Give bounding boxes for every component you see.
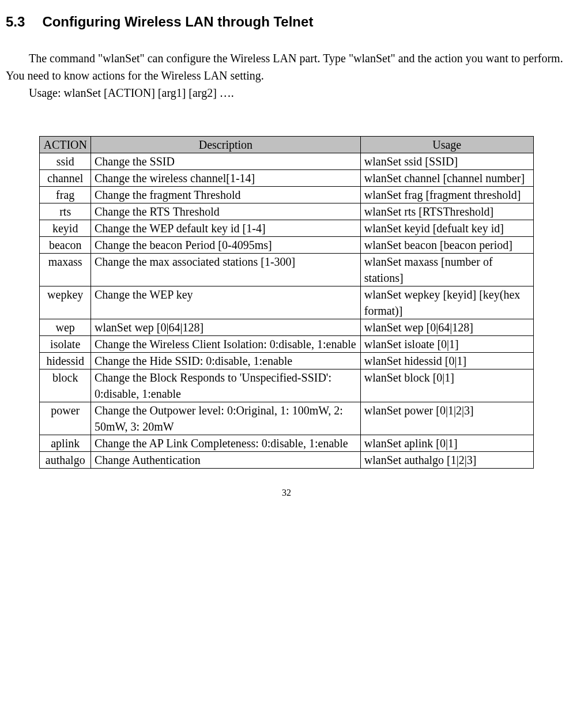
header-description: Description (91, 137, 360, 153)
cell-description: Change the SSID (91, 153, 360, 170)
cell-usage: wlanSet rts [RTSThreshold] (360, 203, 533, 220)
cell-description: Change the WEP default key id [1-4] (91, 220, 360, 237)
table-row: wepwlanSet wep [0|64|128]wlanSet wep [0|… (40, 319, 533, 336)
cell-usage: wlanSet block [0|1] (360, 369, 533, 402)
cell-description: Change the AP Link Completeness: 0:disab… (91, 435, 360, 452)
cell-usage: wlanSet isloate [0|1] (360, 336, 533, 353)
table-row: aplinkChange the AP Link Completeness: 0… (40, 435, 533, 452)
paragraph-1: The command "wlanSet" can configure the … (6, 50, 567, 84)
header-action: ACTION (40, 137, 91, 153)
cell-action: ssid (40, 153, 91, 170)
cell-action: rts (40, 203, 91, 220)
cell-usage: wlanSet frag [fragment threshold] (360, 187, 533, 203)
cell-description: Change the fragment Threshold (91, 187, 360, 203)
section-heading: 5.3Configuring Wireless LAN through Teln… (6, 12, 567, 32)
cell-usage: wlanSet keyid [defualt key id] (360, 220, 533, 237)
cell-description: Change the Hide SSID: 0:disable, 1:enabl… (91, 353, 360, 369)
cell-action: authalgo (40, 452, 91, 469)
cell-description: Change the WEP key (91, 286, 360, 319)
cell-usage: wlanSet wepkey [keyid] [key(hex format)] (360, 286, 533, 319)
table-row: fragChange the fragment ThresholdwlanSet… (40, 187, 533, 203)
cell-description: Change the Outpower level: 0:Original, 1… (91, 402, 360, 435)
cell-usage: wlanSet wep [0|64|128] (360, 319, 533, 336)
cell-usage: wlanSet beacon [beacon period] (360, 237, 533, 254)
cell-description: Change the Block Responds to 'Unspecifie… (91, 369, 360, 402)
page-number: 32 (6, 486, 567, 500)
table-row: hidessidChange the Hide SSID: 0:disable,… (40, 353, 533, 369)
cell-usage: wlanSet ssid [SSID] (360, 153, 533, 170)
table-row: authalgoChange AuthenticationwlanSet aut… (40, 452, 533, 469)
cell-action: isolate (40, 336, 91, 353)
cell-action: block (40, 369, 91, 402)
cell-action: channel (40, 170, 91, 187)
header-usage: Usage (360, 137, 533, 153)
cell-description: wlanSet wep [0|64|128] (91, 319, 360, 336)
cell-action: beacon (40, 237, 91, 254)
table-header-row: ACTION Description Usage (40, 137, 533, 153)
body-text: The command "wlanSet" can configure the … (6, 50, 567, 101)
actions-table: ACTION Description Usage ssidChange the … (39, 136, 533, 469)
table-row: isolateChange the Wireless Client Isolat… (40, 336, 533, 353)
cell-usage: wlanSet authalgo [1|2|3] (360, 452, 533, 469)
cell-action: maxass (40, 254, 91, 286)
table-row: blockChange the Block Responds to 'Unspe… (40, 369, 533, 402)
table-row: wepkeyChange the WEP keywlanSet wepkey [… (40, 286, 533, 319)
cell-action: aplink (40, 435, 91, 452)
cell-action: wepkey (40, 286, 91, 319)
cell-usage: wlanSet maxass [number of stations] (360, 254, 533, 286)
cell-action: frag (40, 187, 91, 203)
section-number: 5.3 (6, 12, 25, 32)
cell-action: keyid (40, 220, 91, 237)
cell-action: power (40, 402, 91, 435)
cell-description: Change the Wireless Client Isolation: 0:… (91, 336, 360, 353)
table-row: maxassChange the max associated stations… (40, 254, 533, 286)
cell-description: Change Authentication (91, 452, 360, 469)
cell-usage: wlanSet aplink [0|1] (360, 435, 533, 452)
table-row: channelChange the wireless channel[1-14]… (40, 170, 533, 187)
section-title: Configuring Wireless LAN through Telnet (42, 14, 313, 29)
cell-usage: wlanSet power [0|1|2|3] (360, 402, 533, 435)
table-row: keyidChange the WEP default key id [1-4]… (40, 220, 533, 237)
table-row: beaconChange the beacon Period [0-4095ms… (40, 237, 533, 254)
cell-usage: wlanSet hidessid [0|1] (360, 353, 533, 369)
cell-usage: wlanSet channel [channel number] (360, 170, 533, 187)
cell-action: wep (40, 319, 91, 336)
cell-description: Change the RTS Threshold (91, 203, 360, 220)
paragraph-2: Usage: wlanSet [ACTION] [arg1] [arg2] …. (6, 84, 567, 101)
cell-action: hidessid (40, 353, 91, 369)
table-body: ssidChange the SSIDwlanSet ssid [SSID]ch… (40, 153, 533, 469)
cell-description: Change the wireless channel[1-14] (91, 170, 360, 187)
table-row: rtsChange the RTS ThresholdwlanSet rts [… (40, 203, 533, 220)
cell-description: Change the beacon Period [0-4095ms] (91, 237, 360, 254)
table-row: powerChange the Outpower level: 0:Origin… (40, 402, 533, 435)
cell-description: Change the max associated stations [1-30… (91, 254, 360, 286)
table-row: ssidChange the SSIDwlanSet ssid [SSID] (40, 153, 533, 170)
